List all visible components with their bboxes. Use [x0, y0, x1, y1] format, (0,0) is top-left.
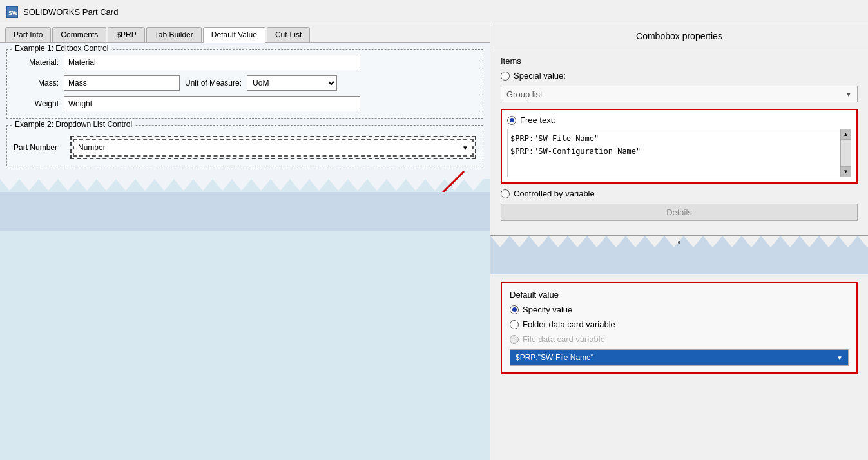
uom-label: Unit of Measure: [185, 79, 242, 88]
free-text-area[interactable]: $PRP:"SW-File Name" $PRP:"SW-Configurati… [507, 129, 851, 177]
tab-prp[interactable]: $PRP [108, 27, 144, 42]
default-value-title: Default value [510, 290, 849, 300]
mass-label: Mass: [14, 79, 59, 88]
material-input[interactable] [64, 55, 360, 70]
specify-value-radio[interactable] [510, 305, 519, 314]
details-button[interactable]: Details [501, 204, 858, 221]
material-label: Material: [14, 58, 59, 67]
title-bar: SW SOLIDWORKS Part Card [0, 0, 868, 24]
uom-select[interactable]: UoM [247, 75, 337, 91]
example2-title: Example 2: Dropdown List Control [12, 120, 135, 129]
tab-default-value[interactable]: Default Value [203, 27, 265, 43]
part-number-dropdown[interactable]: Number ▼ [73, 139, 474, 157]
right-panel: Combobox properties Items Special value:… [490, 24, 868, 460]
folder-data-card-label: Folder data card variable [523, 320, 615, 329]
tab-bar: Part Info Comments $PRP Tab Builder Defa… [0, 24, 490, 43]
tab-cut-list[interactable]: Cut-List [267, 27, 310, 42]
mass-input[interactable] [64, 75, 180, 91]
specify-value-row[interactable]: Specify value [510, 305, 849, 314]
scrollbar[interactable]: ▲ ▼ [840, 129, 851, 177]
mass-row: Mass: Unit of Measure: UoM [14, 75, 476, 91]
scrollbar-up-btn[interactable]: ▲ [841, 129, 851, 140]
svg-text:SW: SW [8, 10, 17, 16]
file-data-card-label: File data card variable [523, 334, 605, 344]
dashed-border: Number ▼ [70, 136, 476, 159]
example1-group: Example 1: Editbox Control Material: Mas… [6, 49, 483, 119]
gap-indicator [678, 241, 680, 244]
free-text-line2: $PRP:"SW-Configuration Name" [510, 145, 838, 158]
tab-tab-builder[interactable]: Tab Builder [146, 27, 202, 42]
left-gap [0, 192, 490, 231]
right-gap-separator [490, 236, 868, 274]
special-value-label: Special value: [514, 71, 566, 81]
free-text-container: Free text: $PRP:"SW-File Name" $PRP:"SW-… [501, 109, 858, 184]
group-list-arrow-icon: ▼ [845, 91, 852, 98]
example2-group: Example 2: Dropdown List Control Part Nu… [6, 125, 483, 166]
example1-title: Example 1: Editbox Control [12, 44, 111, 53]
file-data-card-row: File data card variable [510, 334, 849, 344]
dropdown-value: Number [78, 143, 106, 152]
zigzag-separator-top [0, 179, 490, 192]
default-value-box: Default value Specify value Folder data … [501, 282, 858, 374]
weight-row: Weight [14, 96, 476, 111]
special-value-radio[interactable] [501, 72, 510, 81]
examples-area: Example 1: Editbox Control Material: Mas… [0, 43, 490, 179]
free-text-radio-row[interactable]: Free text: [507, 115, 851, 125]
main-layout: Part Info Comments $PRP Tab Builder Defa… [0, 24, 868, 460]
items-section-label: Items [501, 56, 858, 66]
weight-input[interactable] [64, 96, 360, 111]
part-number-row: Part Number Number ▼ [14, 131, 476, 159]
dropdown-arrow-icon: ▼ [462, 144, 468, 151]
tab-comments[interactable]: Comments [52, 27, 106, 42]
group-list-value: Group list [506, 90, 543, 99]
prp-dropdown-value: $PRP:"SW-File Name" [516, 353, 593, 362]
folder-data-card-row[interactable]: Folder data card variable [510, 320, 849, 329]
weight-label: Weight [14, 99, 59, 108]
prp-dropdown[interactable]: $PRP:"SW-File Name" ▼ [510, 349, 849, 366]
combobox-properties-header: Combobox properties [490, 24, 868, 48]
right-top-section: Combobox properties Items Special value:… [490, 24, 868, 236]
part-number-dropdown-container: Number ▼ [70, 136, 476, 159]
free-text-content: $PRP:"SW-File Name" $PRP:"SW-Configurati… [510, 132, 838, 158]
part-number-label: Part Number [14, 143, 65, 152]
tab-part-info[interactable]: Part Info [5, 27, 51, 42]
left-content-upper: Example 1: Editbox Control Material: Mas… [0, 43, 490, 192]
folder-data-card-radio[interactable] [510, 320, 519, 329]
prp-dropdown-arrow-icon: ▼ [836, 354, 843, 361]
app-icon: SW [6, 6, 18, 18]
specify-value-label: Specify value [523, 305, 572, 314]
zigzag-svg-top [0, 179, 490, 192]
app-title: SOLIDWORKS Part Card [23, 7, 118, 17]
material-row: Material: [14, 55, 476, 70]
controlled-variable-label: Controlled by variable [514, 189, 595, 198]
controlled-variable-radio[interactable] [501, 189, 510, 198]
free-text-radio[interactable] [507, 116, 516, 125]
group-list-dropdown[interactable]: Group list ▼ [501, 86, 858, 102]
items-section: Items Special value: Group list ▼ Free t… [490, 48, 868, 235]
scrollbar-down-btn[interactable]: ▼ [841, 166, 851, 177]
file-data-card-radio [510, 335, 519, 344]
controlled-variable-row[interactable]: Controlled by variable [501, 189, 858, 198]
free-text-line1: $PRP:"SW-File Name" [510, 132, 838, 145]
right-bottom-section: Default value Specify value Folder data … [490, 274, 868, 460]
free-text-label: Free text: [520, 115, 555, 125]
left-panel: Part Info Comments $PRP Tab Builder Defa… [0, 24, 490, 460]
special-value-row[interactable]: Special value: [501, 71, 858, 81]
